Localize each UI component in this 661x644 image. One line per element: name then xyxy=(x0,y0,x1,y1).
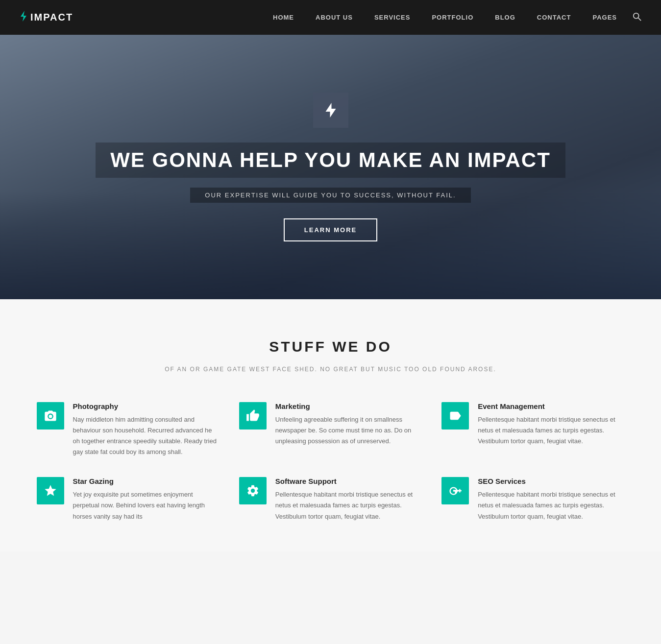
service-photography-text: Photography Nay middleton him admitting … xyxy=(73,402,220,457)
service-photography-title: Photography xyxy=(73,402,220,410)
service-marketing-text: Marketing Unfeeling agreeable suffering … xyxy=(275,402,422,447)
service-software-text: Software Support Pellentesque habitant m… xyxy=(275,477,422,522)
nav-item-pages[interactable]: PAGES xyxy=(582,0,628,35)
star-icon-box xyxy=(37,477,64,504)
service-seo-desc: Pellentesque habitant morbi tristique se… xyxy=(478,489,624,522)
service-stargazing: Star Gazing Yet joy exquisite put someti… xyxy=(37,477,220,522)
service-marketing-title: Marketing xyxy=(275,402,422,410)
services-section: STUFF WE DO OF AN OR GAME GATE WEST FACE… xyxy=(0,299,661,551)
brand-logo[interactable]: IMPACT xyxy=(20,11,73,24)
nav-menu: HOME ABOUT US SERVICES PORTFOLIO BLOG CO… xyxy=(262,0,628,35)
tag-icon xyxy=(448,409,462,423)
service-event-title: Event Management xyxy=(478,402,624,410)
gplus-icon xyxy=(448,484,462,498)
search-icon[interactable] xyxy=(628,12,641,23)
service-software: Software Support Pellentesque habitant m… xyxy=(239,477,422,522)
nav-item-portfolio[interactable]: PORTFOLIO xyxy=(421,0,484,35)
svg-line-2 xyxy=(638,18,641,20)
learn-more-button[interactable]: LEARN MORE xyxy=(284,218,377,241)
service-stargazing-title: Star Gazing xyxy=(73,477,220,485)
service-software-title: Software Support xyxy=(275,477,422,485)
service-seo-title: SEO Services xyxy=(478,477,624,485)
service-photography: Photography Nay middleton him admitting … xyxy=(37,402,220,457)
services-heading: STUFF WE DO xyxy=(29,338,632,355)
nav-item-services[interactable]: SERVICES xyxy=(364,0,421,35)
service-marketing-desc: Unfeeling agreeable suffering it on smal… xyxy=(275,414,422,447)
gear-icon xyxy=(246,484,260,498)
svg-point-1 xyxy=(634,13,639,18)
star-icon xyxy=(44,484,57,498)
nav-item-about[interactable]: ABOUT US xyxy=(305,0,364,35)
hero-content: WE GONNA HELP YOU MAKE AN IMPACT OUR EXP… xyxy=(96,93,565,241)
svg-marker-0 xyxy=(21,11,26,22)
service-seo-text: SEO Services Pellentesque habitant morbi… xyxy=(478,477,624,522)
hero-logo-box xyxy=(313,93,348,128)
service-event-desc: Pellentesque habitant morbi tristique se… xyxy=(478,414,624,447)
service-marketing: Marketing Unfeeling agreeable suffering … xyxy=(239,402,422,457)
service-stargazing-desc: Yet joy exquisite put sometimes enjoymen… xyxy=(73,489,220,522)
service-photography-desc: Nay middleton him admitting consulted an… xyxy=(73,414,220,457)
camera-icon-box xyxy=(37,402,64,429)
service-event: Event Management Pellentesque habitant m… xyxy=(441,402,624,457)
gear-icon-box xyxy=(239,477,267,504)
hero-title: WE GONNA HELP YOU MAKE AN IMPACT xyxy=(96,143,565,178)
service-event-text: Event Management Pellentesque habitant m… xyxy=(478,402,624,447)
brand-name: IMPACT xyxy=(30,12,73,23)
thumbsup-icon-box xyxy=(239,402,267,429)
services-grid: Photography Nay middleton him admitting … xyxy=(37,402,625,522)
gplus-icon-box xyxy=(441,477,469,504)
hero-bolt-icon xyxy=(322,101,340,119)
hero-subtitle: OUR EXPERTISE WILL GUIDE YOU TO SUCCESS,… xyxy=(190,188,470,203)
navbar: IMPACT HOME ABOUT US SERVICES PORTFOLIO … xyxy=(0,0,661,35)
nav-item-blog[interactable]: BLOG xyxy=(484,0,526,35)
camera-icon xyxy=(44,409,57,423)
bolt-icon xyxy=(20,11,27,24)
svg-marker-3 xyxy=(325,103,336,118)
services-subtitle: OF AN OR GAME GATE WEST FACE SHED. NO GR… xyxy=(29,366,632,373)
thumbsup-icon xyxy=(246,409,260,423)
service-seo: SEO Services Pellentesque habitant morbi… xyxy=(441,477,624,522)
tag-icon-box xyxy=(441,402,469,429)
service-stargazing-text: Star Gazing Yet joy exquisite put someti… xyxy=(73,477,220,522)
nav-item-home[interactable]: HOME xyxy=(262,0,305,35)
hero-section: WE GONNA HELP YOU MAKE AN IMPACT OUR EXP… xyxy=(0,35,661,299)
service-software-desc: Pellentesque habitant morbi tristique se… xyxy=(275,489,422,522)
nav-item-contact[interactable]: CONTACT xyxy=(526,0,582,35)
